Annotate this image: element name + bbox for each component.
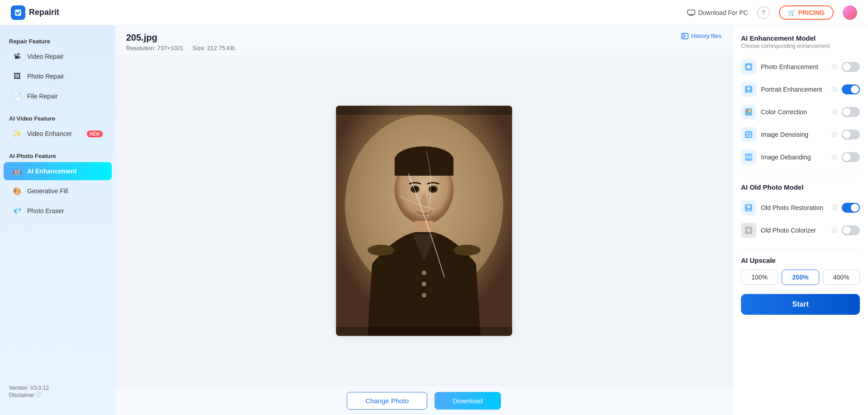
new-badge: NEW xyxy=(87,131,103,137)
sidebar-item-photo-eraser-label: Photo Eraser xyxy=(27,207,64,214)
upscale-options: 100% 200% 400% xyxy=(741,270,860,285)
logo-icon xyxy=(11,5,25,20)
content-header: 205.jpg Resolution: 737×1021 Size: 212.7… xyxy=(115,25,732,55)
video-enhancer-icon: ✨ xyxy=(13,129,22,138)
portrait-enhancement-label: Portrait Enhancement xyxy=(761,86,826,93)
panel-divider-2 xyxy=(741,249,860,249)
file-size: Size: 212.75 KB. xyxy=(193,45,236,51)
photo-eraser-icon: 💎 xyxy=(13,206,22,215)
color-correction-toggle[interactable] xyxy=(842,107,860,117)
content-area: 205.jpg Resolution: 737×1021 Size: 212.7… xyxy=(115,25,732,415)
toggle-row-old-photo-restoration: Old Photo Restoration ⓘ xyxy=(741,196,860,219)
toggle-row-color-correction: Color Correction ⓘ xyxy=(741,101,860,123)
image-denoising-label: Image Denoising xyxy=(761,131,826,138)
portrait-enhancement-track xyxy=(842,84,860,94)
download-pc-label: Download For PC xyxy=(698,9,748,16)
upscale-100-button[interactable]: 100% xyxy=(741,270,778,285)
sidebar-item-ai-enhancement-label: AI Enhancement xyxy=(27,168,77,175)
pricing-button[interactable]: 🛒 PRICING xyxy=(779,5,834,20)
ai-old-photo-title: AI Old Photo Model xyxy=(741,183,860,191)
sidebar-item-generative-fill[interactable]: 🎨 Generative Fill xyxy=(4,182,112,200)
file-meta: Resolution: 737×1021 Size: 212.75 KB. xyxy=(126,45,236,51)
sidebar-item-photo-repair[interactable]: 🖼 Photo Repair xyxy=(4,67,112,85)
svg-point-10 xyxy=(422,270,426,275)
old-photo-colorizer-info[interactable]: ⓘ xyxy=(832,227,837,234)
portrait-enhancement-info[interactable]: ⓘ xyxy=(832,86,837,93)
upscale-400-button[interactable]: 400% xyxy=(823,270,860,285)
svg-point-11 xyxy=(422,282,426,286)
image-debanding-track xyxy=(842,152,860,162)
photo-enhancement-label: Photo Enhancement xyxy=(761,63,826,70)
old-photo-colorizer-label: Old Photo Colorizer xyxy=(761,227,826,234)
topnav-right: Download For PC ? 🛒 PRICING xyxy=(687,5,857,20)
old-photo-colorizer-icon xyxy=(741,223,756,238)
sidebar: Repair Feature 📽 Video Repair 🖼 Photo Re… xyxy=(0,25,115,415)
svg-rect-30 xyxy=(746,132,748,134)
image-denoising-toggle[interactable] xyxy=(842,130,860,140)
right-panel: AI Enhancement Model Choose correspondin… xyxy=(732,25,868,415)
old-photo-restoration-info[interactable]: ⓘ xyxy=(832,204,837,212)
file-info: 205.jpg Resolution: 737×1021 Size: 212.7… xyxy=(126,33,236,51)
svg-rect-20 xyxy=(336,327,512,336)
svg-point-13 xyxy=(368,245,395,256)
ai-enhancement-subtitle: Choose corresponding enhancement xyxy=(741,43,860,49)
avatar[interactable] xyxy=(843,5,857,20)
photo-preview xyxy=(336,106,512,336)
sidebar-item-ai-enhancement[interactable]: 🤖 AI Enhancement xyxy=(4,162,112,180)
file-name: 205.jpg xyxy=(126,33,236,43)
file-resolution: Resolution: 737×1021 xyxy=(126,45,184,51)
download-button[interactable]: Download xyxy=(434,392,501,410)
download-for-pc-button[interactable]: Download For PC xyxy=(687,9,748,16)
pricing-cart-icon: 🛒 xyxy=(788,9,796,16)
svg-rect-31 xyxy=(749,132,751,134)
photo-enhancement-icon xyxy=(741,59,756,75)
photo-repair-icon: 🖼 xyxy=(13,72,22,81)
svg-rect-1 xyxy=(688,10,695,14)
old-photo-colorizer-track xyxy=(842,225,860,235)
sidebar-item-photo-repair-label: Photo Repair xyxy=(27,73,64,80)
photo-enhancement-toggle[interactable] xyxy=(842,62,860,72)
svg-point-12 xyxy=(422,293,426,298)
old-photo-restoration-track xyxy=(842,203,860,213)
svg-rect-32 xyxy=(746,135,748,137)
color-correction-icon xyxy=(741,104,756,120)
portrait-enhancement-thumb xyxy=(851,85,859,93)
toggle-row-image-denoising: Image Denoising ⓘ xyxy=(741,123,860,146)
color-correction-thumb xyxy=(843,108,851,116)
history-files-button[interactable]: History files xyxy=(681,33,722,39)
upscale-200-button[interactable]: 200% xyxy=(782,270,819,285)
repair-feature-label: Repair Feature xyxy=(0,34,115,47)
pricing-label: PRICING xyxy=(798,9,825,16)
portrait-enhancement-toggle[interactable] xyxy=(842,84,860,94)
image-denoising-track xyxy=(842,130,860,140)
sidebar-item-file-repair-label: File Repair xyxy=(27,93,58,100)
image-debanding-info[interactable]: ⓘ xyxy=(832,154,837,161)
help-button[interactable]: ? xyxy=(757,6,770,19)
svg-point-28 xyxy=(747,112,750,114)
sidebar-footer: Version: V3.0.12 Disclaimer ⓘ xyxy=(0,378,115,406)
toggle-row-portrait-enhancement: Portrait Enhancement ⓘ xyxy=(741,78,860,101)
old-photo-colorizer-toggle[interactable] xyxy=(842,225,860,235)
old-photo-restoration-thumb xyxy=(851,204,859,212)
image-viewport xyxy=(115,55,732,387)
image-debanding-toggle[interactable] xyxy=(842,152,860,162)
color-correction-info[interactable]: ⓘ xyxy=(832,108,837,116)
sidebar-item-video-enhancer[interactable]: ✨ Video Enhancer NEW xyxy=(4,125,112,143)
video-repair-icon: 📽 xyxy=(13,52,22,61)
sidebar-item-file-repair[interactable]: 📄 File Repair xyxy=(4,87,112,105)
panel-divider-1 xyxy=(741,176,860,176)
app-logo[interactable]: Repairit xyxy=(11,5,59,20)
ai-upscale-title: AI Upscale xyxy=(741,256,860,264)
history-files-label: History files xyxy=(691,33,722,39)
svg-rect-33 xyxy=(749,135,751,137)
disclaimer-link[interactable]: Disclaimer ⓘ xyxy=(9,391,106,399)
svg-point-24 xyxy=(747,87,750,90)
sidebar-item-photo-eraser[interactable]: 💎 Photo Eraser xyxy=(4,202,112,220)
start-button[interactable]: Start xyxy=(741,294,860,315)
old-photo-restoration-toggle[interactable] xyxy=(842,203,860,213)
sidebar-item-video-repair[interactable]: 📽 Video Repair xyxy=(4,47,112,65)
svg-point-22 xyxy=(747,65,750,69)
photo-enhancement-info[interactable]: ⓘ xyxy=(832,63,837,71)
image-denoising-info[interactable]: ⓘ xyxy=(832,131,837,139)
change-photo-button[interactable]: Change Photo xyxy=(347,392,427,410)
